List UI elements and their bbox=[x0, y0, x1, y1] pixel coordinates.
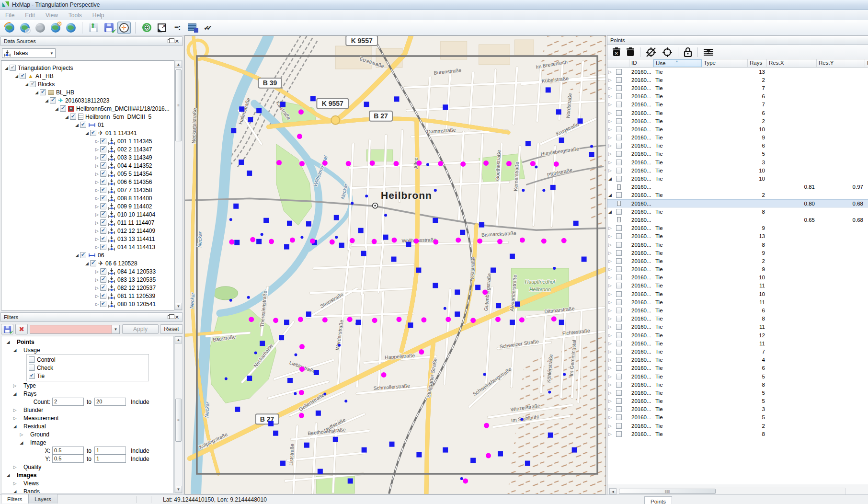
tie-point[interactable] bbox=[322, 317, 328, 322]
row-checkbox[interactable] bbox=[616, 225, 622, 231]
points-hscrollbar[interactable]: ◄ ⦀⦀⦀ bbox=[609, 488, 845, 495]
tie-point[interactable] bbox=[372, 318, 377, 323]
tree-checkbox[interactable] bbox=[100, 211, 106, 218]
filter-node[interactable]: ▷Quality bbox=[1, 463, 173, 471]
row-expander-icon[interactable]: ▷ bbox=[608, 111, 614, 115]
tie-point[interactable] bbox=[413, 239, 419, 244]
range-from-input[interactable]: 2 bbox=[52, 398, 84, 406]
row-checkbox[interactable] bbox=[616, 349, 622, 355]
tie-point[interactable] bbox=[381, 372, 387, 378]
image-point[interactable] bbox=[233, 204, 239, 209]
save-edit-icon[interactable] bbox=[102, 22, 115, 34]
tie-point[interactable] bbox=[347, 317, 353, 322]
row-expander-icon[interactable]: ▷ bbox=[608, 341, 614, 346]
filter-node[interactable]: ▷Views bbox=[1, 479, 173, 487]
image-point[interactable] bbox=[582, 257, 587, 262]
row-checkbox[interactable] bbox=[616, 423, 622, 429]
points-row[interactable]: ▷20160...Tie10 bbox=[607, 290, 868, 298]
point-dot[interactable] bbox=[247, 296, 250, 299]
tree-checkbox[interactable] bbox=[80, 252, 86, 258]
tree-expander-icon[interactable]: ▷ bbox=[94, 139, 100, 144]
image-point[interactable] bbox=[364, 102, 369, 107]
tie-point[interactable] bbox=[456, 238, 461, 243]
row-checkbox[interactable] bbox=[616, 258, 622, 264]
row-expander-icon[interactable]: ▷ bbox=[608, 424, 614, 428]
tree-expander-icon[interactable]: ▷ bbox=[94, 188, 100, 193]
points-row[interactable]: ▷20160...Tie8 bbox=[607, 430, 868, 438]
row-expander-icon[interactable]: ▷ bbox=[608, 160, 614, 165]
tree-expander-icon[interactable]: ◢ bbox=[12, 348, 18, 353]
tree-item[interactable]: ◢▲AT_HB bbox=[1, 72, 174, 80]
tie-point[interactable] bbox=[269, 239, 274, 244]
row-expander-icon[interactable]: ▷ bbox=[608, 275, 614, 280]
point-dot[interactable] bbox=[522, 189, 525, 192]
image-point[interactable] bbox=[391, 257, 397, 262]
data-sources-scrollbar[interactable]: ▲ ≡ ▼ bbox=[174, 60, 183, 310]
points-row[interactable]: ◢20160...Tie2 bbox=[607, 191, 868, 199]
points-row[interactable]: ▷20160...Tie8 bbox=[607, 315, 868, 323]
row-expander-icon[interactable]: ▷ bbox=[608, 127, 614, 132]
tree-expander-icon[interactable]: ▷ bbox=[94, 237, 100, 241]
row-checkbox[interactable] bbox=[616, 406, 622, 412]
row-checkbox[interactable] bbox=[616, 250, 622, 256]
image-point[interactable] bbox=[316, 411, 321, 416]
row-checkbox[interactable] bbox=[616, 69, 622, 75]
tree-item[interactable]: ▷084 14 120533 bbox=[1, 267, 174, 275]
row-checkbox[interactable] bbox=[616, 126, 622, 132]
image-point[interactable] bbox=[510, 320, 515, 325]
point-dot[interactable] bbox=[294, 392, 297, 395]
close-panel-icon[interactable]: ✕ bbox=[175, 315, 179, 319]
row-checkbox[interactable] bbox=[616, 143, 622, 149]
image-point[interactable] bbox=[314, 370, 319, 375]
image-point[interactable] bbox=[279, 335, 284, 340]
tree-expander-icon[interactable]: ▷ bbox=[94, 302, 100, 307]
image-point[interactable] bbox=[525, 461, 530, 466]
tree-checkbox[interactable] bbox=[80, 122, 86, 128]
points-row[interactable]: ▷20160...Tie8 bbox=[607, 241, 868, 249]
tree-expander-icon[interactable]: ◢ bbox=[5, 473, 11, 478]
row-checkbox[interactable] bbox=[616, 374, 622, 379]
filter-node[interactable]: ▷Blunder bbox=[1, 406, 173, 414]
image-point[interactable] bbox=[333, 437, 338, 442]
tree-item[interactable]: ▷080 10 120541 bbox=[1, 300, 174, 308]
tree-expander-icon[interactable]: ◢ bbox=[19, 440, 24, 445]
column-header-r[interactable]: R bbox=[865, 59, 868, 67]
row-expander-icon[interactable]: ▷ bbox=[608, 374, 614, 379]
row-expander-icon[interactable]: ◢ bbox=[608, 193, 614, 197]
filter-node[interactable]: ◢Image bbox=[1, 438, 173, 447]
points-row[interactable]: ▷20160...Tie11 bbox=[607, 323, 868, 331]
row-expander-icon[interactable]: ◢ bbox=[608, 209, 614, 214]
tie-point[interactable] bbox=[322, 160, 328, 166]
column-header-rays[interactable]: Rays bbox=[748, 59, 767, 67]
menu-item-view[interactable]: View bbox=[40, 11, 63, 20]
points-row[interactable]: ▷20160...Tie9 bbox=[607, 265, 868, 274]
row-checkbox[interactable] bbox=[616, 357, 622, 363]
points-row[interactable]: ▷20160...Tie10 bbox=[607, 274, 868, 282]
tie-point[interactable] bbox=[541, 239, 547, 244]
point-dot[interactable] bbox=[261, 233, 263, 236]
points-row[interactable]: ▷20160...Tie5 bbox=[607, 389, 868, 397]
points-row[interactable]: ▷20160...Tie7 bbox=[607, 101, 868, 109]
points-row[interactable]: ▷20160...Tie5 bbox=[607, 150, 868, 158]
image-point[interactable] bbox=[460, 230, 465, 235]
tie-point[interactable] bbox=[276, 160, 282, 165]
tree-item[interactable]: ◢✈20160318112023 bbox=[1, 96, 174, 104]
point-dot[interactable] bbox=[300, 236, 303, 239]
tie-point[interactable] bbox=[229, 240, 234, 245]
tree-item[interactable]: ▷007 7 114358 bbox=[1, 186, 174, 194]
point-dot[interactable] bbox=[520, 418, 523, 421]
row-checkbox[interactable] bbox=[616, 414, 622, 420]
apply-button[interactable]: Apply bbox=[122, 324, 159, 334]
point-dot[interactable] bbox=[535, 165, 537, 168]
globe-icon[interactable] bbox=[64, 22, 78, 34]
point-dot[interactable] bbox=[225, 377, 228, 380]
row-expander-icon[interactable]: ▷ bbox=[608, 251, 614, 255]
tree-checkbox[interactable] bbox=[100, 138, 106, 144]
tie-point[interactable] bbox=[421, 317, 426, 322]
point-dot[interactable] bbox=[344, 400, 347, 402]
tree-checkbox[interactable] bbox=[20, 73, 26, 79]
tie-point[interactable] bbox=[506, 161, 512, 166]
lock-icon[interactable] bbox=[683, 47, 693, 57]
point-dot[interactable] bbox=[335, 236, 338, 239]
row-checkbox[interactable] bbox=[616, 233, 622, 239]
